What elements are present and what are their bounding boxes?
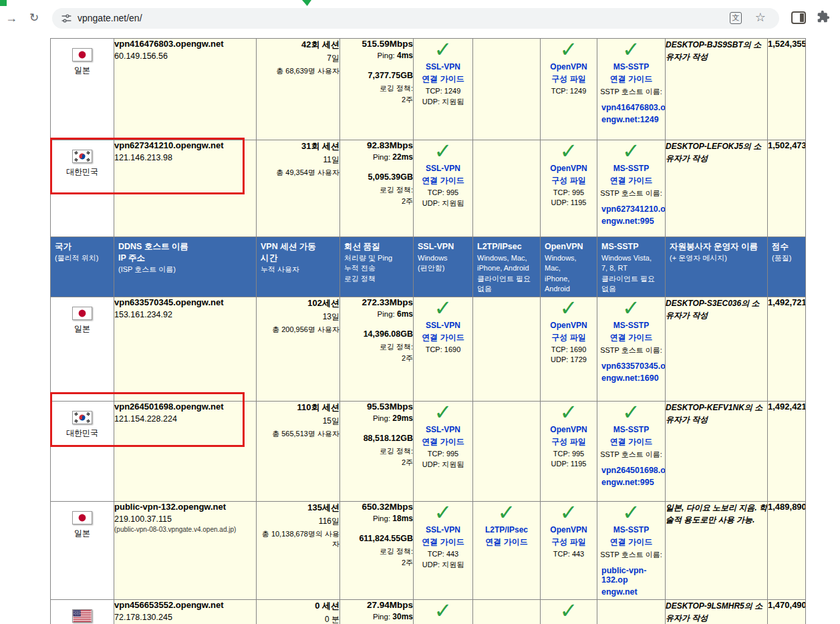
- header-score: 점수 (품질): [768, 237, 806, 297]
- connect-guide-link[interactable]: 연결 가이드: [414, 332, 472, 343]
- ddns-hostname: vpn456653552.opengw.net: [114, 600, 256, 610]
- browser-window: → ↻ vpngate.net/en/ 文 ☆: [0, 0, 840, 624]
- ssl-vpn-link[interactable]: SSL-VPN: [414, 321, 472, 330]
- sstp-hostname-label: SSTP 호스트 이름:: [597, 87, 665, 97]
- japan-flag-icon: [72, 511, 92, 524]
- ms-sstp-link[interactable]: MS-SSTP: [597, 164, 665, 173]
- table-row: 일본 public-vpn-132.opengw.net 219.100.37.…: [51, 502, 806, 600]
- session-count: 135세션: [257, 502, 339, 514]
- header-openvpn: OpenVPN Windows, Mac, iPhone, Android: [541, 237, 597, 297]
- sstp-hostname-link[interactable]: public-vpn-132.op: [597, 566, 665, 585]
- browser-toolbar: → ↻ vpngate.net/en/ 文 ☆: [0, 0, 840, 38]
- tcp-port: TCP: 1690: [541, 345, 597, 353]
- tcp-port: TCP: 995: [414, 450, 472, 458]
- ddns-hostname: vpn264501698.opengw.net: [114, 402, 256, 412]
- south-korea-flag-icon: [72, 411, 92, 424]
- checkmark-icon: ✓: [597, 297, 665, 319]
- reload-button[interactable]: ↻: [29, 11, 39, 25]
- ssl-vpn-cell: ✓ SSL-VPN: [414, 600, 473, 624]
- connect-guide-link[interactable]: 연결 가이드: [414, 436, 472, 448]
- connect-guide-link[interactable]: 연결 가이드: [597, 332, 665, 343]
- config-file-link[interactable]: 구성 파일: [541, 536, 597, 548]
- ping-label: Ping:: [378, 310, 395, 318]
- quality-cell: 650.32Mbps Ping: 18ms 611,824.55GB 로깅 정책…: [340, 502, 414, 600]
- connect-guide-link[interactable]: 연결 가이드: [414, 536, 472, 548]
- score-cell: 1,492,421: [768, 402, 806, 502]
- header-ssl-vpn: SSL-VPN Windows (편안함): [414, 237, 473, 297]
- sstp-hostname-label: SSTP 호스트 이름:: [597, 450, 665, 460]
- sstp-hostname-link[interactable]: engw.net:995: [597, 478, 665, 487]
- logging-policy-label: 로깅 정책:: [340, 446, 413, 456]
- connect-guide-link[interactable]: 연결 가이드: [597, 436, 665, 448]
- sstp-hostname-link[interactable]: engw.net:995: [597, 216, 665, 226]
- ssl-vpn-link[interactable]: SSL-VPN: [414, 164, 472, 173]
- operator-cell: DESKTOP-LEFOKJ5의 소유자가 작성: [666, 140, 768, 237]
- sstp-hostname-link[interactable]: engw.net:1249: [597, 115, 665, 124]
- ms-sstp-cell: ✓ MS-SSTP 연결 가이드 SSTP 호스트 이름: vpn2645016…: [597, 402, 666, 502]
- openvpn-link[interactable]: OpenVPN: [541, 321, 597, 330]
- ssl-vpn-cell: ✓ SSL-VPN 연결 가이드 TCP: 1690: [414, 297, 473, 402]
- connect-guide-link[interactable]: 연결 가이드: [414, 73, 472, 85]
- sessions-cell: 31회 세션 11일 총 49,354명 사용자: [257, 140, 340, 237]
- side-panel-icon[interactable]: [791, 11, 806, 24]
- ddns-cell: vpn456653552.opengw.net 72.178.130.245: [114, 600, 257, 624]
- connect-guide-link[interactable]: 연결 가이드: [473, 536, 540, 548]
- ssl-vpn-cell: ✓ SSL-VPN 연결 가이드 TCP: 443 UDP: 지원됨: [414, 502, 473, 600]
- operator-cell: DESKTOP-9LSMHR5의 소유자가 작성: [666, 600, 768, 624]
- sstp-hostname-link[interactable]: engw.net:1690: [597, 373, 665, 383]
- config-file-link[interactable]: 구성 파일: [541, 332, 597, 343]
- ms-sstp-link[interactable]: MS-SSTP: [597, 525, 665, 534]
- url-text[interactable]: vpngate.net/en/: [78, 8, 142, 29]
- openvpn-link[interactable]: OpenVPN: [541, 62, 597, 71]
- score-cell: 1,489,890: [768, 502, 806, 600]
- connect-guide-link[interactable]: 연결 가이드: [597, 73, 665, 85]
- logging-policy-value: 2주: [340, 95, 413, 105]
- connect-guide-link[interactable]: 연결 가이드: [414, 175, 472, 186]
- session-count: 0 세션: [257, 600, 339, 612]
- openvpn-link[interactable]: OpenVPN: [541, 425, 597, 434]
- forward-button[interactable]: →: [5, 11, 17, 25]
- country-cell: 대한민국: [51, 402, 114, 502]
- country-name: 대한민국: [51, 166, 114, 178]
- l2tp-link[interactable]: L2TP/IPsec: [473, 525, 540, 534]
- config-file-link[interactable]: 구성 파일: [541, 73, 597, 85]
- ssl-vpn-link[interactable]: SSL-VPN: [414, 62, 472, 71]
- ssl-vpn-cell: ✓ SSL-VPN 연결 가이드 TCP: 995 UDP: 지원됨: [414, 140, 473, 237]
- sstp-hostname-link[interactable]: vpn633570345.op: [597, 361, 665, 371]
- sstp-hostname-link[interactable]: vpn264501698.op: [597, 466, 665, 475]
- translate-icon[interactable]: 文: [730, 12, 742, 24]
- connect-guide-link[interactable]: 연결 가이드: [597, 175, 665, 186]
- sstp-hostname-link[interactable]: vpn416476803.op: [597, 103, 665, 112]
- openvpn-link[interactable]: OpenVPN: [541, 525, 597, 534]
- sstp-hostname-link[interactable]: engw.net: [597, 587, 665, 597]
- throughput: 27.94Mbps: [340, 600, 413, 610]
- openvpn-cell: ✓ OpenVPN 구성 파일 TCP: 1690 UDP: 1729: [541, 297, 597, 402]
- openvpn-link[interactable]: OpenVPN: [541, 164, 597, 173]
- quality-cell: 95.53Mbps Ping: 29ms 88,518.12GB 로깅 정책: …: [340, 402, 414, 502]
- ping: Ping: 4ms: [340, 51, 413, 60]
- sessions-cell: 135세션 116일 총 10,138,678명의 사용자: [257, 502, 340, 600]
- config-file-link[interactable]: 구성 파일: [541, 175, 597, 186]
- sstp-hostname-link[interactable]: vpn627341210.op: [597, 204, 665, 214]
- ssl-vpn-link[interactable]: SSL-VPN: [414, 525, 472, 534]
- ms-sstp-link[interactable]: MS-SSTP: [597, 62, 665, 71]
- address-bar[interactable]: vpngate.net/en/ 文 ☆: [52, 8, 779, 29]
- site-settings-icon[interactable]: [61, 13, 72, 24]
- connect-guide-link[interactable]: 연결 가이드: [597, 536, 665, 548]
- cumulative-transfer: 14,396.08GB: [340, 329, 413, 339]
- ip-address: 153.161.234.92: [114, 310, 256, 319]
- ms-sstp-link[interactable]: MS-SSTP: [597, 321, 665, 330]
- ms-sstp-link[interactable]: MS-SSTP: [597, 425, 665, 434]
- config-file-link[interactable]: 구성 파일: [541, 436, 597, 448]
- ddns-hostname: vpn633570345.opengw.net: [114, 297, 256, 307]
- extensions-puzzle-icon[interactable]: [817, 10, 830, 23]
- tcp-port: TCP: 995: [541, 188, 597, 196]
- ddns-hostname: public-vpn-132.opengw.net: [114, 502, 256, 512]
- ping: Ping: 6ms: [340, 309, 413, 319]
- bookmark-star-icon[interactable]: ☆: [755, 10, 766, 25]
- ssl-vpn-link[interactable]: SSL-VPN: [414, 425, 472, 434]
- ping-label: Ping:: [378, 51, 395, 59]
- l2tp-cell: [473, 297, 541, 402]
- l2tp-cell: [473, 600, 541, 624]
- country-cell: 일본: [51, 502, 114, 600]
